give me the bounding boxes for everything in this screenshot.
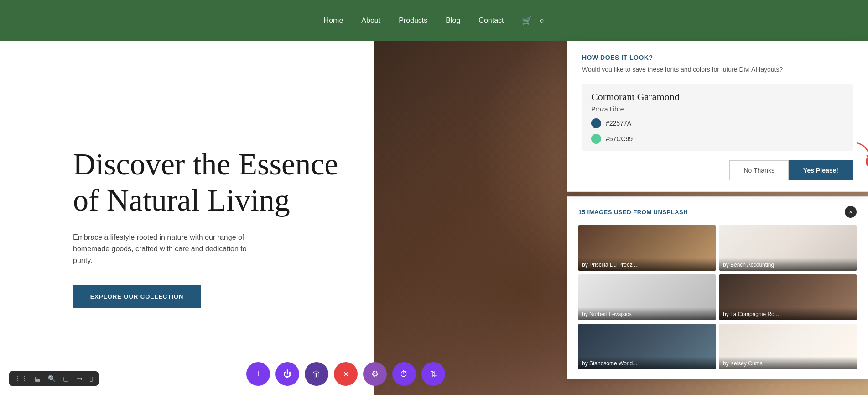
toolbar-search-icon[interactable]: 🔍 (48, 375, 56, 382)
panel-unsplash-header: 15 IMAGES USED FROM UNSPLASH × (578, 206, 857, 218)
no-thanks-button[interactable]: No Thanks (729, 160, 788, 180)
toolbar-mobile-icon[interactable]: ▯ (89, 375, 93, 382)
bottom-toolbar: ⋮⋮ ▦ 🔍 ▢ ▭ ▯ (9, 371, 99, 386)
toolbar-tablet-icon[interactable]: ▭ (76, 375, 82, 382)
panel-close-button[interactable]: × (845, 206, 857, 218)
color-swatch-2: #57CC99 (591, 134, 844, 144)
panel-looks-title: HOW DOES IT LOOK? (582, 54, 853, 61)
yes-please-button[interactable]: Yes Please! 1 (789, 160, 853, 180)
fab-timer-button[interactable]: ⏱ (392, 362, 416, 386)
nav-icons: 🛒 ○ (522, 16, 544, 26)
fab-power-button[interactable]: ⏻ (275, 362, 299, 386)
font-name-primary: Cormorant Garamond (591, 91, 844, 103)
panel-unsplash-title: 15 IMAGES USED FROM UNSPLASH (578, 209, 688, 216)
fab-close-button[interactable]: ✕ (334, 362, 358, 386)
explore-collection-button[interactable]: EXPLORE OUR COLLECTION (73, 285, 201, 308)
color-dot-2 (591, 134, 601, 144)
color-label-2: #57CC99 (606, 135, 633, 142)
toolbar-dots-icon[interactable]: ⋮⋮ (15, 375, 27, 382)
hero-subtitle: Embrace a lifestyle rooted in nature wit… (73, 232, 265, 267)
main-content: Discover the Essence of Natural Living E… (0, 41, 868, 395)
toolbar-grid-icon[interactable]: ▦ (35, 375, 41, 382)
color-swatch-1: #22577A (591, 118, 844, 128)
unsplash-image-2[interactable]: by Bench Accounting (719, 225, 857, 271)
badge-number: 1 (866, 155, 868, 169)
cart-icon[interactable]: 🛒 (522, 16, 532, 26)
hero-title: Discover the Essence of Natural Living (73, 146, 347, 217)
fab-add-button[interactable]: + (246, 362, 270, 386)
hero-left: Discover the Essence of Natural Living E… (0, 41, 374, 395)
unsplash-credit-5: by Standsome World... (578, 357, 716, 369)
panel-unsplash: 15 IMAGES USED FROM UNSPLASH × by Prisci… (567, 196, 868, 379)
unsplash-credit-1: by Priscilla Du Preez ... (578, 258, 716, 271)
font-name-secondary: Proza Libre (591, 105, 844, 113)
unsplash-credit-4: by La Compagnie Ro... (719, 307, 857, 320)
panel-looks-description: Would you like to save these fonts and c… (582, 65, 853, 74)
nav-link-blog[interactable]: Blog (446, 16, 460, 25)
panel-how-does-it-look: HOW DOES IT LOOK? Would you like to save… (567, 41, 868, 192)
unsplash-credit-6: by Kelsey Curtis (719, 357, 857, 369)
unsplash-image-6[interactable]: by Kelsey Curtis (719, 324, 857, 369)
unsplash-image-grid: by Priscilla Du Preez ... by Bench Accou… (578, 225, 857, 369)
unsplash-image-1[interactable]: by Priscilla Du Preez ... (578, 225, 716, 271)
search-icon[interactable]: ○ (539, 16, 544, 26)
unsplash-image-5[interactable]: by Standsome World... (578, 324, 716, 369)
fab-delete-button[interactable]: 🗑 (305, 362, 328, 386)
fab-settings-button[interactable]: ⚙ (363, 362, 387, 386)
toolbar-desktop-icon[interactable]: ▢ (63, 375, 69, 382)
unsplash-image-3[interactable]: by Norbert Levajsics (578, 274, 716, 320)
color-dot-1 (591, 118, 601, 128)
panel-action-buttons: No Thanks Yes Please! 1 (582, 160, 853, 180)
navigation: Home About Products Blog Contact 🛒 ○ (0, 0, 868, 41)
nav-link-about[interactable]: About (361, 16, 380, 25)
float-actions: + ⏻ 🗑 ✕ ⚙ ⏱ ⇅ (246, 362, 445, 386)
nav-link-contact[interactable]: Contact (478, 16, 504, 25)
font-preview-box: Cormorant Garamond Proza Libre #22577A #… (582, 84, 853, 151)
nav-link-products[interactable]: Products (399, 16, 427, 25)
unsplash-credit-2: by Bench Accounting (719, 258, 857, 271)
color-label-1: #22577A (606, 120, 631, 127)
fab-adjust-button[interactable]: ⇅ (421, 362, 445, 386)
unsplash-image-4[interactable]: by La Compagnie Ro... (719, 274, 857, 320)
unsplash-credit-3: by Norbert Levajsics (578, 307, 716, 320)
nav-link-home[interactable]: Home (324, 16, 343, 25)
